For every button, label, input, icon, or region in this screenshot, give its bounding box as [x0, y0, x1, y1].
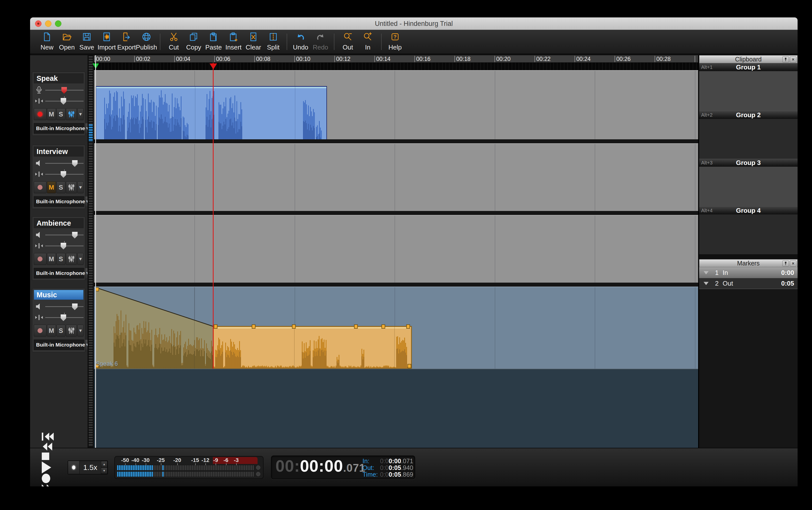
- solo-button[interactable]: S: [56, 108, 65, 120]
- track-options-button[interactable]: ▼: [77, 253, 84, 265]
- clipboard-group-header[interactable]: Alt+1Group 1: [699, 63, 798, 71]
- pin-icon[interactable]: [782, 260, 789, 266]
- track-lane-music[interactable]: Speak 6: [94, 287, 698, 369]
- pan-slider[interactable]: [45, 240, 84, 252]
- close-icon[interactable]: ×: [790, 56, 796, 62]
- volume-slider[interactable]: [45, 301, 84, 312]
- clipboard-group-header[interactable]: Alt+2Group 2: [699, 111, 798, 119]
- eq-button[interactable]: [66, 108, 77, 120]
- track-name-header[interactable]: Interview: [34, 146, 84, 157]
- open-button[interactable]: Open: [57, 32, 77, 51]
- playhead-line[interactable]: [95, 55, 96, 448]
- help-button[interactable]: ?Help: [385, 32, 405, 51]
- volume-slider[interactable]: [45, 85, 84, 96]
- pan-slider[interactable]: [45, 169, 84, 180]
- marker-row-in[interactable]: 1In0:00: [699, 267, 798, 278]
- pan-slider-handle[interactable]: [60, 314, 66, 321]
- ruler-time-label: 00:00: [96, 56, 110, 62]
- clipboard-group-content[interactable]: [699, 167, 798, 206]
- speed-indicator-button[interactable]: [68, 461, 80, 474]
- pan-slider-handle[interactable]: [60, 171, 66, 178]
- track-lane-speak[interactable]: Speak 6: [94, 70, 698, 139]
- input-device-dropdown[interactable]: Built-in Microphone ▼: [34, 123, 84, 134]
- input-device-dropdown[interactable]: Built-in Microphone ▼: [34, 340, 84, 350]
- close-icon[interactable]: ×: [790, 260, 796, 266]
- pin-icon[interactable]: [782, 56, 789, 62]
- music-clips-graphic[interactable]: [96, 287, 418, 369]
- track-lane-interview[interactable]: [94, 143, 698, 211]
- input-device-dropdown[interactable]: Built-in Microphone ▼: [34, 268, 84, 278]
- volume-slider[interactable]: [45, 230, 84, 240]
- marker-dropdown-icon[interactable]: [703, 271, 709, 275]
- volume-slider-handle[interactable]: [72, 232, 78, 238]
- markers-panel-title[interactable]: Markers ×: [699, 259, 798, 267]
- new-button[interactable]: New: [37, 32, 57, 51]
- track-options-button[interactable]: ▼: [77, 181, 84, 193]
- marker-dropdown-icon[interactable]: [703, 282, 709, 285]
- record-arm-button[interactable]: [34, 253, 47, 265]
- marker-bar[interactable]: [94, 63, 698, 70]
- clipboard-group-header[interactable]: Alt+3Group 3: [699, 159, 798, 167]
- volume-slider-handle[interactable]: [72, 160, 78, 167]
- eq-button[interactable]: [66, 253, 77, 265]
- time-ruler[interactable]: 00:0000:0200:0400:0600:0800:1000:1200:14…: [94, 55, 698, 63]
- paste-button[interactable]: Paste: [204, 32, 223, 51]
- clipboard-group-header[interactable]: Alt+4Group 4: [699, 206, 798, 215]
- import-button[interactable]: Import: [97, 32, 117, 51]
- clear-button[interactable]: Clear: [243, 32, 263, 51]
- track-lane-ambience[interactable]: [94, 215, 698, 283]
- title-bar[interactable]: Untitled - Hindenburg Trial: [30, 18, 798, 30]
- redo-button[interactable]: Redo: [310, 32, 330, 51]
- skip-to-start-button[interactable]: [41, 432, 54, 442]
- mute-button[interactable]: M: [47, 181, 56, 193]
- track-name-header[interactable]: Speak: [34, 74, 84, 83]
- track-options-button[interactable]: ▼: [77, 325, 84, 337]
- track-name-header[interactable]: Music: [34, 290, 84, 300]
- pan-slider[interactable]: [45, 312, 84, 323]
- clipboard-group-content[interactable]: [699, 119, 798, 159]
- eq-button[interactable]: [66, 325, 77, 337]
- record-arm-button[interactable]: [34, 325, 47, 337]
- copy-button[interactable]: Copy: [184, 32, 204, 51]
- solo-button[interactable]: S: [56, 181, 65, 193]
- split-button[interactable]: Split: [263, 32, 283, 51]
- play-button[interactable]: [41, 461, 54, 474]
- speed-decrease-button[interactable]: ▼: [101, 468, 108, 474]
- publish-button[interactable]: Publish: [137, 32, 156, 51]
- timeline-area[interactable]: 00:0000:0200:0400:0600:0800:1000:1200:14…: [94, 55, 698, 448]
- solo-button[interactable]: S: [56, 325, 65, 337]
- mute-button[interactable]: M: [47, 253, 56, 265]
- rewind-button[interactable]: [41, 442, 54, 452]
- marker-row-out[interactable]: 2Out0:05: [699, 278, 798, 289]
- pan-slider[interactable]: [45, 96, 84, 107]
- record-dot-icon: [37, 185, 42, 190]
- record-arm-button[interactable]: [34, 108, 47, 120]
- undo-button[interactable]: Undo: [291, 32, 310, 51]
- stop-button[interactable]: [41, 452, 54, 461]
- input-device-dropdown[interactable]: Built-in Microphone ▼: [34, 196, 84, 207]
- fast-forward-button[interactable]: [41, 483, 54, 487]
- solo-button[interactable]: S: [56, 253, 65, 265]
- clipboard-panel-title[interactable]: Clipboard ×: [699, 55, 798, 63]
- pan-slider-handle[interactable]: [60, 243, 66, 250]
- mute-button[interactable]: M: [47, 325, 56, 337]
- save-button[interactable]: Save: [77, 32, 97, 51]
- insert-button[interactable]: Insert: [223, 32, 243, 51]
- export-button[interactable]: Export: [117, 32, 137, 51]
- track-options-button[interactable]: ▼: [77, 108, 84, 120]
- volume-slider-handle[interactable]: [61, 87, 67, 94]
- eq-button[interactable]: [66, 181, 77, 193]
- clipboard-group-content[interactable]: [699, 215, 798, 254]
- speed-increase-button[interactable]: ▲: [101, 461, 108, 468]
- cut-button[interactable]: Cut: [164, 32, 184, 51]
- mute-button[interactable]: M: [47, 108, 56, 120]
- track-name-header[interactable]: Ambience: [34, 218, 84, 228]
- volume-slider[interactable]: [45, 158, 84, 169]
- out-button[interactable]: Out: [338, 32, 358, 51]
- pan-slider-handle[interactable]: [60, 98, 66, 105]
- in-button[interactable]: In: [358, 32, 378, 51]
- clipboard-group-content[interactable]: [699, 71, 798, 111]
- record-arm-button[interactable]: [34, 181, 47, 193]
- record-button[interactable]: [41, 474, 54, 483]
- volume-slider-handle[interactable]: [72, 303, 78, 310]
